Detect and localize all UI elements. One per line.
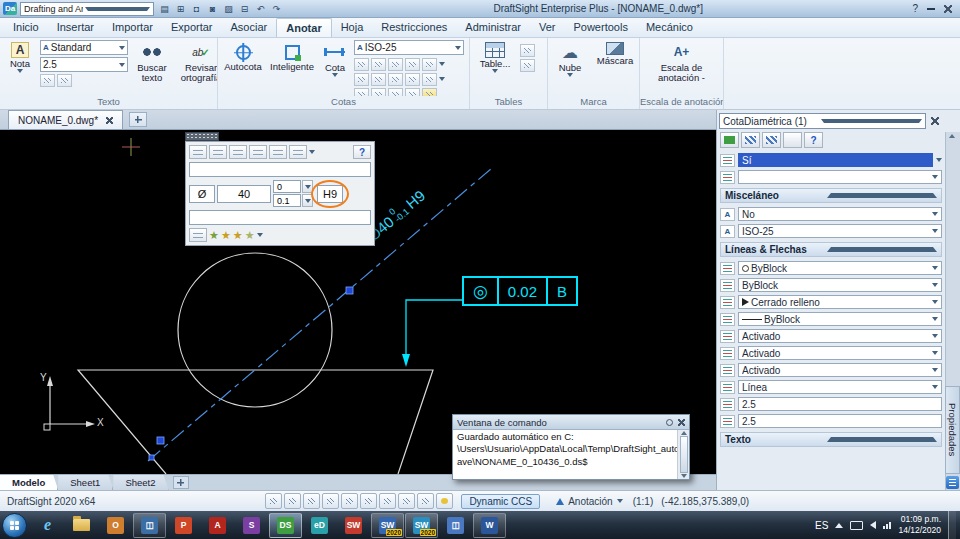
favorite-icon[interactable]: ★ — [233, 229, 243, 241]
print-icon[interactable] — [221, 2, 236, 16]
transparency-icon[interactable] — [398, 493, 415, 509]
text-angle-icon[interactable] — [40, 74, 55, 87]
select-matching-icon[interactable] — [762, 132, 781, 148]
cota-button[interactable]: Cota — [319, 40, 351, 77]
dimension-prefix-input[interactable] — [189, 162, 371, 177]
dimension-value-field[interactable]: 40 — [217, 185, 271, 203]
workspace-selector[interactable]: Drafting and Annotation — [20, 2, 154, 16]
upper-tolerance-field[interactable]: 0 — [273, 180, 301, 193]
command-scrollbar[interactable] — [677, 430, 689, 479]
taskbar-item-draftsight[interactable]: DS — [269, 513, 302, 538]
chevron-down-icon[interactable] — [257, 233, 263, 237]
lower-tolerance-field[interactable]: 0.1 — [273, 194, 301, 207]
tolerance-display-icon[interactable] — [229, 145, 247, 159]
entity-selector-combo[interactable]: CotaDiamétrica (1) — [719, 113, 926, 129]
lf-row-value[interactable]: Activado — [738, 363, 942, 377]
taskbar-item-app-blue-2[interactable]: ◫ — [439, 513, 472, 538]
favorite-icon[interactable]: ★ — [221, 229, 231, 241]
add-sheet-button[interactable] — [173, 476, 189, 489]
dim-style-icon[interactable] — [189, 145, 207, 159]
sheet-tab-sheet1[interactable]: Sheet1 — [58, 475, 113, 490]
continue-dimension-icon[interactable] — [388, 73, 403, 86]
dynamic-ccs-toggle[interactable]: Dynamic CCS — [461, 494, 540, 509]
lower-tolerance-dropdown[interactable] — [302, 194, 313, 207]
help-icon[interactable]: ? — [804, 132, 823, 148]
lf-row-value[interactable]: 2.5 — [738, 414, 942, 428]
annotation-scale-selector[interactable]: Anotación — [556, 496, 622, 507]
tab-administrar[interactable]: Administrar — [456, 18, 530, 37]
network-icon[interactable] — [883, 522, 891, 529]
datum-icon[interactable] — [405, 88, 420, 97]
diameter-symbol-field[interactable]: Ø — [189, 185, 215, 203]
close-button[interactable] — [944, 5, 952, 13]
lf-row-value[interactable]: Activado — [738, 329, 942, 343]
minimize-button[interactable] — [927, 8, 935, 10]
ccs-icon[interactable] — [417, 493, 434, 509]
close-icon[interactable] — [678, 419, 685, 426]
undo-icon[interactable] — [253, 2, 268, 16]
oblique-dimension-icon[interactable] — [354, 88, 369, 97]
tab-hoja[interactable]: Hoja — [332, 18, 373, 37]
text-position-icon[interactable] — [371, 88, 386, 97]
taskbar-item-solidworks-cam-2020[interactable]: SW 2020 — [405, 513, 438, 538]
ortho-icon[interactable] — [303, 493, 320, 509]
sheet-tab-modelo[interactable]: Modelo — [0, 475, 58, 490]
quick-select-icon[interactable] — [741, 132, 760, 148]
save-icon[interactable] — [189, 2, 204, 16]
show-desktop-button[interactable] — [948, 511, 956, 539]
layer-value[interactable] — [738, 170, 942, 184]
tab-powertools[interactable]: Powertools — [564, 18, 636, 37]
chevron-down-icon[interactable] — [439, 62, 445, 66]
table-insert-icon[interactable] — [520, 44, 535, 57]
nota-button[interactable]: A Nota — [3, 40, 37, 73]
lf-row-value[interactable]: ByBlock — [738, 312, 942, 326]
new-sheet-icon[interactable] — [173, 2, 188, 16]
lf-row-value[interactable]: Cerrado relleno — [738, 295, 942, 309]
fit-tolerance-field[interactable]: H9 — [317, 185, 343, 203]
inteligente-button[interactable]: Inteligente — [268, 40, 316, 72]
dimension-suffix-input[interactable] — [189, 210, 371, 225]
mascara-button[interactable]: Máscara — [592, 40, 638, 66]
chevron-down-icon[interactable] — [936, 158, 942, 162]
panel-scrollbar[interactable]: Propiedades — [945, 132, 960, 490]
taskbar-item-solidworks[interactable]: SW — [337, 513, 370, 538]
text-height-combo[interactable]: 2.5 — [40, 57, 128, 72]
command-history[interactable]: Guardado automático en C: \Users\Usuario… — [453, 430, 689, 479]
help-button[interactable]: ? — [912, 3, 918, 14]
close-panel-button[interactable] — [929, 115, 941, 127]
fcf-leader-line[interactable] — [406, 300, 462, 356]
revisar-ortografia-button[interactable]: ab✓ Revisar ortografía — [176, 40, 217, 84]
filter-icon[interactable] — [783, 132, 802, 148]
volume-icon[interactable] — [870, 521, 876, 529]
scroll-up-icon[interactable] — [681, 431, 687, 435]
favorite-icon[interactable]: ★ — [209, 229, 219, 241]
taskbar-item-word[interactable]: W — [473, 513, 506, 538]
table-export-icon[interactable] — [520, 59, 535, 72]
chevron-down-icon[interactable] — [309, 150, 315, 154]
polar-icon[interactable] — [322, 493, 339, 509]
upper-tolerance-dropdown[interactable] — [302, 180, 313, 193]
grip-point[interactable] — [157, 437, 164, 444]
section-miscelaneo[interactable]: Misceláneo — [720, 188, 942, 203]
update-dimension-icon[interactable] — [422, 88, 437, 97]
grid-icon[interactable] — [284, 493, 301, 509]
tab-inicio[interactable]: Inicio — [4, 18, 48, 37]
buscar-texto-button[interactable]: Buscar texto — [131, 40, 173, 84]
lf-row-value[interactable]: Línea — [738, 380, 942, 394]
precision-icon[interactable] — [209, 145, 227, 159]
tab-importar[interactable]: Importar — [103, 18, 162, 37]
center-mark-icon[interactable] — [422, 73, 437, 86]
lf-row-value[interactable]: Activado — [738, 346, 942, 360]
sheet-tab-sheet2[interactable]: Sheet2 — [113, 475, 168, 490]
tab-anotar[interactable]: Anotar — [276, 18, 331, 37]
symbol-palette-icon[interactable] — [189, 228, 207, 242]
new-document-tab-button[interactable] — [129, 112, 147, 127]
tab-asociar[interactable]: Asociar — [222, 18, 277, 37]
tab-ver[interactable]: Ver — [530, 18, 565, 37]
document-tab[interactable]: NONAME_0.dwg* — [8, 110, 123, 129]
command-window-titlebar[interactable]: Ventana de comando — [453, 415, 689, 430]
taskbar-item-internet-explorer[interactable]: e — [31, 513, 64, 538]
new-icon[interactable] — [157, 2, 172, 16]
diameter-dimension-icon[interactable] — [422, 58, 437, 71]
part-outline[interactable] — [78, 370, 433, 474]
